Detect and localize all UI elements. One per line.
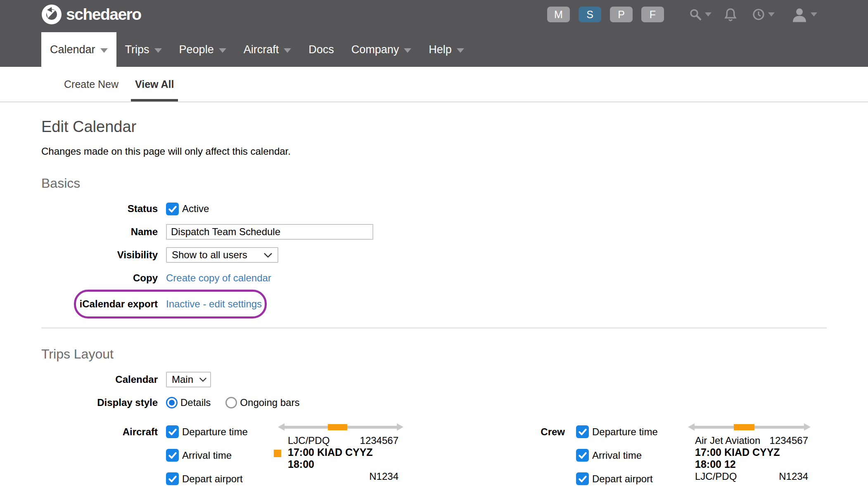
timeline-arrow [278,423,403,431]
nav-help[interactable]: Help [420,32,473,67]
name-label: Name [41,226,158,238]
schedaero-logo-icon [41,4,62,25]
create-copy-link[interactable]: Create copy of calendar [166,272,271,284]
workspace-badge-f[interactable]: F [641,7,664,22]
check-icon [577,426,588,437]
nav-docs-label: Docs [308,43,334,56]
trip-status-square [274,450,281,457]
nav-trips[interactable]: Trips [116,32,171,67]
preview-trip-number: 1234567 [360,434,398,446]
preview-tail-number: N1234 [369,470,398,482]
section-divider [41,328,827,328]
copy-label: Copy [41,272,158,284]
display-style-label: Display style [41,397,158,408]
chevron-down-icon [811,12,817,17]
aircraft-departure-time-row: Departure time [166,420,270,444]
clock-icon [752,8,765,21]
crew-arrival-time-checkbox[interactable] [576,449,589,462]
visibility-selected-value: Show to all users [172,249,247,261]
nav-company-label: Company [351,43,399,56]
nav-calendar[interactable]: Calendar [41,32,116,67]
display-style-ongoing-bars-radio[interactable] [225,397,237,408]
preview-row: LJC/PDQ 1234567 [278,434,403,446]
crew-departure-time-checkbox[interactable] [576,425,589,438]
copy-row: Copy Create copy of calendar [41,267,827,290]
chevron-down-icon [154,48,162,53]
calendar-select[interactable]: Main [166,372,211,387]
trips-layout-heading: Trips Layout [41,346,827,362]
name-input[interactable] [166,224,373,240]
aircraft-label: Aircraft [41,420,158,444]
timeline-arrow [688,423,811,431]
header-actions: M S P F [547,7,817,22]
name-row: Name [41,220,827,243]
check-icon [577,473,588,484]
crew-depart-airport-checkbox[interactable] [576,472,589,485]
aircraft-crew-section: Aircraft Departure time Arrival time Dep… [41,420,827,486]
crew-arrival-time-row: Arrival time [576,444,680,467]
status-label: Status [41,203,158,215]
nav-help-label: Help [429,43,452,56]
display-style-ongoing-bars-label: Ongoing bars [240,397,299,408]
preview-row: LJC/PDQ N1234 [688,470,811,482]
icalendar-export-row: iCalendar export Inactive - edit setting… [41,290,827,318]
chevron-down-icon [457,48,464,53]
aircraft-depart-airport-checkbox[interactable] [166,472,179,485]
nav-people[interactable]: People [171,32,235,67]
crew-depart-airport-label: Depart airport [592,473,653,485]
workspace-badge-m[interactable]: M [547,7,570,22]
chevron-down-icon [100,48,108,53]
nav-docs[interactable]: Docs [300,32,343,67]
aircraft-departure-time-label: Departure time [182,426,248,438]
recent-activity-button[interactable] [752,8,775,21]
visibility-select[interactable]: Show to all users [166,247,278,263]
aircraft-depart-airport-label: Depart airport [182,473,243,485]
aircraft-arrival-time-checkbox[interactable] [166,449,179,462]
status-active-checkbox[interactable] [166,203,179,215]
nav-company[interactable]: Company [343,32,420,67]
chevron-down-icon [219,48,226,53]
check-icon [167,203,178,215]
preview-crew-pair: LJC/PDQ [695,470,737,482]
display-style-details-radio[interactable] [166,397,178,408]
aircraft-depart-airport-row: Depart airport [166,467,270,486]
main-content: Edit Calendar Changes made on this page … [0,117,868,486]
chevron-down-icon [258,252,273,258]
preview-row: Air Jet Aviation 1234567 [688,434,811,446]
display-style-row: Display style Details Ongoing bars [41,391,827,414]
workspace-badge-s[interactable]: S [579,7,601,22]
schedaero-logo[interactable]: schedaero [41,4,141,25]
nav-aircraft-label: Aircraft [244,43,279,56]
aircraft-departure-time-checkbox[interactable] [166,425,179,438]
main-nav: Calendar Trips People Aircraft Docs Comp… [41,32,473,67]
subnav-create-new[interactable]: Create New [60,67,123,101]
workspace-badge-p[interactable]: P [610,7,633,22]
preview-tail-number: N1234 [779,470,808,482]
subnav-view-all[interactable]: View All [131,67,178,101]
calendar-subnav: Create New View All [0,67,868,102]
aircraft-checkbox-stack: Departure time Arrival time Depart airpo… [166,420,270,486]
chevron-down-icon [193,377,207,382]
crew-departure-time-label: Departure time [592,426,658,438]
nav-trips-label: Trips [125,43,149,56]
visibility-row: Visibility Show to all users [41,243,827,267]
chevron-down-icon [705,12,711,17]
status-row: Status Active [41,197,827,220]
notifications-button[interactable] [724,8,737,21]
app-header: schedaero M S P F [0,0,868,67]
trip-segment-bar [328,424,347,430]
check-icon [577,450,588,461]
nav-aircraft[interactable]: Aircraft [235,32,300,67]
crew-trip-preview: Air Jet Aviation 1234567 17:00 KIAD CYYZ… [688,420,811,482]
search-menu-button[interactable] [689,8,711,21]
preview-leg-times: 17:00 KIAD CYYZ 18:00 [288,446,398,470]
calendar-label: Calendar [41,374,158,385]
user-menu-button[interactable] [791,7,817,22]
arrow-right-icon [804,423,811,431]
preview-operator: Air Jet Aviation [695,434,760,446]
aircraft-arrival-time-label: Arrival time [182,450,232,461]
crew-label: Crew [403,420,565,444]
check-icon [167,450,178,461]
brand-name: schedaero [66,5,141,24]
icalendar-edit-settings-link[interactable]: Inactive - edit settings [166,298,262,310]
